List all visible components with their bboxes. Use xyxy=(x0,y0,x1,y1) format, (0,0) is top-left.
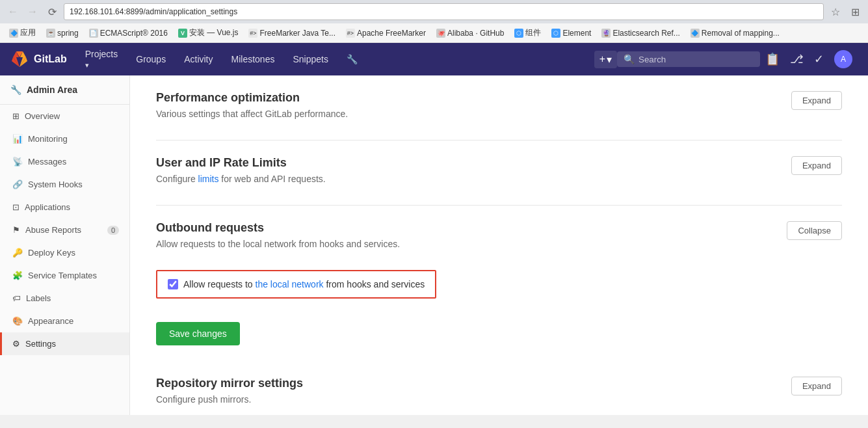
settings-icon: ⚙ xyxy=(12,339,20,349)
bookmark-element1[interactable]: ⬡ 组件 xyxy=(510,26,545,40)
performance-expand-button[interactable]: Expand xyxy=(791,91,842,110)
abuse-reports-badge: 0 xyxy=(107,226,119,235)
new-item-button[interactable]: + ▾ xyxy=(594,51,617,68)
url-bar[interactable]: 192.168.101.64:8899/admin/application_se… xyxy=(64,3,824,20)
extensions-button[interactable]: ⊞ xyxy=(847,4,863,20)
performance-section-text: Performance optimization Various setting… xyxy=(156,91,348,119)
sidebar-item-service-templates[interactable]: 🧩 Service Templates xyxy=(0,264,129,287)
gitlab-fox-icon xyxy=(10,50,29,68)
sidebar-item-abuse-reports[interactable]: ⚑ Abuse Reports 0 xyxy=(0,219,129,241)
appearance-icon: 🎨 xyxy=(12,316,23,326)
outbound-collapse-button[interactable]: Collapse xyxy=(787,221,842,240)
mirror-section-header: Repository mirror settings Configure pus… xyxy=(156,377,842,405)
nav-merge-button[interactable]: ⎇ xyxy=(785,49,809,69)
nav-issues-button[interactable]: ✓ xyxy=(809,49,829,69)
applications-icon: ⊡ xyxy=(12,202,20,212)
mirror-expand-button[interactable]: Expand xyxy=(791,377,842,395)
search-input[interactable] xyxy=(638,55,743,64)
sidebar-item-messages[interactable]: 📡 Messages xyxy=(0,150,129,173)
sidebar-item-appearance[interactable]: 🎨 Appearance xyxy=(0,310,129,332)
nav-wrench[interactable]: 🔧 xyxy=(339,49,365,70)
bookmark-element2[interactable]: ⬡ Element xyxy=(547,27,595,39)
rate-limits-desc: Configure limits for web and API request… xyxy=(156,174,326,184)
local-network-link: the local network xyxy=(256,279,324,289)
url-text: 192.168.101.64:8899/admin/application_se… xyxy=(70,7,237,16)
plus-icon: + xyxy=(599,53,605,65)
mirror-desc: Configure push mirrors. xyxy=(156,394,303,405)
nav-links: Projects Groups Activity Milestones Snip… xyxy=(77,44,365,75)
element1-favicon: ⬡ xyxy=(514,29,523,38)
nav-projects[interactable]: Projects xyxy=(77,44,126,75)
content-inner: Performance optimization Various setting… xyxy=(130,75,868,415)
bookmark-fm2-label: Apache FreeMarker xyxy=(357,29,426,38)
bookmark-removal[interactable]: 🔷 Removal of mapping... xyxy=(687,27,783,39)
sidebar-item-applications[interactable]: ⊡ Applications xyxy=(0,196,129,219)
sidebar-item-monitoring[interactable]: 📊 Monitoring xyxy=(0,127,129,150)
bookmark-removal-label: Removal of mapping... xyxy=(702,29,780,38)
bookmark-button[interactable]: ☆ xyxy=(828,4,843,20)
browser-toolbar: ← → ⟳ 192.168.101.64:8899/admin/applicat… xyxy=(0,0,868,23)
mirror-section-text: Repository mirror settings Configure pus… xyxy=(156,377,303,405)
reload-button[interactable]: ⟳ xyxy=(44,4,60,20)
performance-title: Performance optimization xyxy=(156,91,348,105)
apps-favicon: 🔷 xyxy=(9,29,18,38)
user-ip-rate-limits-section: User and IP Rate Limits Configure limits… xyxy=(156,140,842,206)
bookmark-fm1[interactable]: #> FreeMarker Java Te... xyxy=(244,27,339,39)
sidebar-item-overview[interactable]: ⊞ Overview xyxy=(0,105,129,127)
performance-section-header: Performance optimization Various setting… xyxy=(156,91,842,119)
element2-favicon: ⬡ xyxy=(551,29,560,38)
search-bar[interactable]: 🔍 xyxy=(617,51,760,67)
allow-local-network-label[interactable]: Allow requests to the local network from… xyxy=(183,279,425,289)
messages-icon: 📡 xyxy=(12,157,23,167)
system-hooks-icon: 🔗 xyxy=(12,180,23,189)
outbound-section-header: Outbound requests Allow requests to the … xyxy=(156,221,842,249)
bookmark-apps-label: 应用 xyxy=(20,27,36,38)
labels-icon: 🏷 xyxy=(12,293,21,303)
save-changes-button[interactable]: Save changes xyxy=(156,322,240,345)
bookmark-ecma[interactable]: 📄 ECMAScript® 2016 xyxy=(85,27,172,39)
sidebar-title: Admin Area xyxy=(27,85,77,95)
ecma-favicon: 📄 xyxy=(89,29,98,38)
bookmark-fm2[interactable]: #> Apache FreeMarker xyxy=(342,27,430,39)
sidebar-label-system-hooks: System Hooks xyxy=(28,180,83,189)
bookmark-apps[interactable]: 🔷 应用 xyxy=(5,26,40,40)
nav-activity[interactable]: Activity xyxy=(176,49,220,70)
nav-milestones[interactable]: Milestones xyxy=(224,49,283,70)
search-icon: 🔍 xyxy=(624,54,635,64)
bookmark-vue-label: 安装 — Vue.js xyxy=(189,27,239,38)
outbound-section-text: Outbound requests Allow requests to the … xyxy=(156,221,400,249)
content-area: Performance optimization Various setting… xyxy=(130,75,868,415)
bookmark-elastic[interactable]: 🔮 Elasticsearch Ref... xyxy=(598,27,683,39)
avatar: A xyxy=(834,50,852,68)
deploy-keys-icon: 🔑 xyxy=(12,248,23,258)
sidebar-item-system-hooks[interactable]: 🔗 System Hooks xyxy=(0,173,129,196)
rate-limits-expand-button[interactable]: Expand xyxy=(791,156,842,175)
nav-todo-button[interactable]: 📋 xyxy=(760,49,785,69)
spring-favicon: ☕ xyxy=(46,29,55,38)
nav-avatar-button[interactable]: A xyxy=(829,47,858,71)
removal-favicon: 🔷 xyxy=(690,29,700,38)
rate-limits-section-text: User and IP Rate Limits Configure limits… xyxy=(156,156,326,184)
sidebar-item-deploy-keys[interactable]: 🔑 Deploy Keys xyxy=(0,241,129,264)
wrench-icon: 🔧 xyxy=(10,85,21,95)
sidebar-item-labels[interactable]: 🏷 Labels xyxy=(0,287,129,310)
outbound-checkbox-wrapper: Allow requests to the local network from… xyxy=(156,260,842,309)
bookmark-element1-label: 组件 xyxy=(525,27,541,38)
bookmark-spring-label: spring xyxy=(57,29,79,38)
allow-local-network-checkbox[interactable] xyxy=(168,279,178,289)
rate-limits-section-header: User and IP Rate Limits Configure limits… xyxy=(156,156,842,184)
sidebar-label-messages: Messages xyxy=(28,157,66,167)
forward-button[interactable]: → xyxy=(25,4,40,20)
nav-snippets[interactable]: Snippets xyxy=(285,49,335,70)
bookmark-ecma-label: ECMAScript® 2016 xyxy=(100,29,168,38)
nav-groups[interactable]: Groups xyxy=(128,49,174,70)
sidebar-item-settings[interactable]: ⚙ Settings xyxy=(0,332,129,355)
bookmark-alibaba[interactable]: 🐙 Alibaba · GitHub xyxy=(432,27,508,39)
alibaba-favicon: 🐙 xyxy=(436,29,445,38)
limits-link[interactable]: limits xyxy=(198,174,219,184)
bookmark-spring[interactable]: ☕ spring xyxy=(42,27,83,39)
service-templates-icon: 🧩 xyxy=(12,271,23,280)
bookmark-vue[interactable]: V 安装 — Vue.js xyxy=(174,26,243,40)
back-button[interactable]: ← xyxy=(5,4,21,20)
gitlab-logo[interactable]: GitLab xyxy=(10,50,67,68)
